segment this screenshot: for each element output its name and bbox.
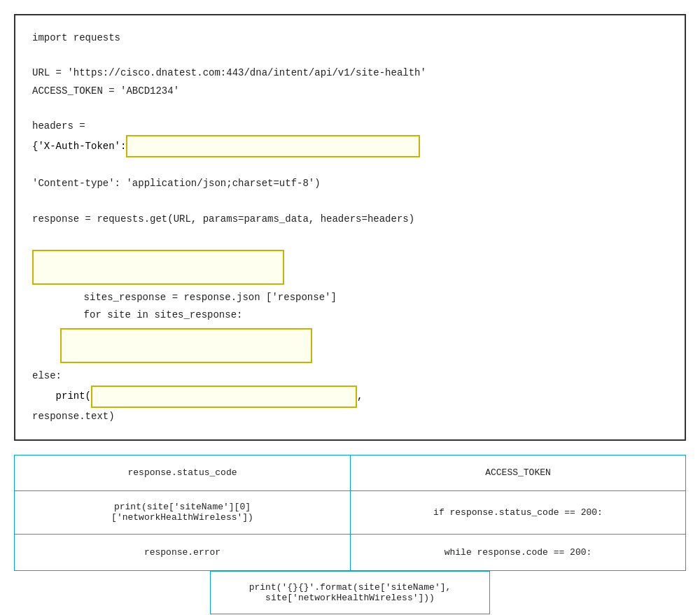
code-line-6: headers = (32, 118, 668, 135)
answer-row-1: response.status_code ACCESS_TOKEN (14, 455, 686, 491)
code-block: import requests URL = 'https://cisco.dna… (14, 14, 686, 441)
print-suffix: , (357, 388, 363, 405)
main-container: import requests URL = 'https://cisco.dna… (14, 14, 686, 614)
code-line-19: response.text) (32, 408, 668, 425)
code-line-1: import requests (32, 29, 668, 47)
print-row: print( , (32, 386, 668, 408)
answer-cell-if-status[interactable]: if response.status_code == 200: (350, 491, 686, 535)
code-line-14: sites_response = response.json ['respons… (32, 289, 668, 306)
print-prefix: print( (32, 388, 91, 405)
code-line-9: 'Content-type': 'application/json;charse… (32, 175, 668, 192)
answer-cell-response-error[interactable]: response.error (14, 535, 350, 571)
status-check-box[interactable] (32, 250, 284, 285)
answer-row-2: print(site['siteName'][0]['networkHealth… (14, 491, 686, 535)
answer-cell-access-token[interactable]: ACCESS_TOKEN (350, 455, 686, 491)
answer-cell-format[interactable]: print('{}{}'.format(site['siteName'],sit… (210, 571, 490, 614)
answer-cell-while-code[interactable]: while response.code == 200: (350, 535, 686, 571)
code-line-15: for site in sites_response: (32, 306, 668, 324)
xauth-row: {'X-Auth-Token': (32, 135, 668, 157)
xauth-input-box[interactable] (126, 135, 420, 157)
answer-row-3: response.error while response.code == 20… (14, 535, 686, 571)
print-input-box[interactable] (91, 386, 357, 408)
print-site-box[interactable] (60, 328, 312, 363)
bottom-answer-row: print('{}{}'.format(site['siteName'],sit… (14, 571, 686, 614)
code-line-3: URL = 'https://cisco.dnatest.com:443/dna… (32, 64, 668, 82)
xauth-prefix: {'X-Auth-Token': (32, 138, 126, 155)
code-line-4: ACCESS_TOKEN = 'ABCD1234' (32, 83, 668, 100)
answer-cell-status-code[interactable]: response.status_code (14, 455, 350, 491)
code-line-17: else: (32, 367, 668, 385)
answer-cell-print-site[interactable]: print(site['siteName'][0]['networkHealth… (14, 491, 350, 535)
code-line-11: response = requests.get(URL, params=para… (32, 211, 668, 228)
